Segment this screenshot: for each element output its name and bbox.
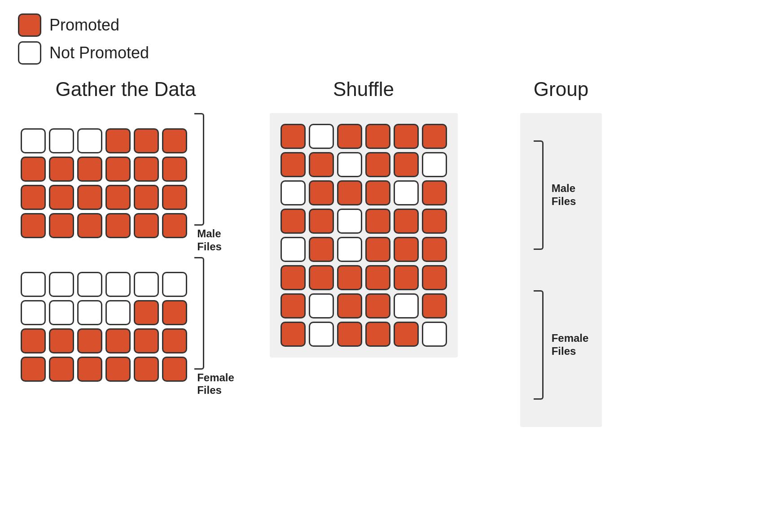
file-box [422, 209, 447, 234]
file-box [77, 157, 102, 182]
file-box [134, 300, 159, 325]
file-box [394, 152, 419, 177]
not-promoted-icon [18, 41, 41, 65]
file-box [21, 357, 46, 382]
file-box [77, 272, 102, 297]
legend-item-not-promoted: Not Promoted [18, 41, 745, 65]
file-box [337, 237, 362, 262]
file-box [77, 128, 102, 153]
file-box [309, 180, 334, 205]
file-box [365, 152, 390, 177]
file-box [134, 328, 159, 353]
file-box [365, 124, 390, 149]
file-box [162, 157, 187, 182]
legend: Promoted Not Promoted [18, 13, 745, 65]
main-content: Gather the Data Male Files [18, 78, 745, 427]
file-box [309, 265, 334, 290]
file-box [309, 152, 334, 177]
file-box [365, 209, 390, 234]
not-promoted-label: Not Promoted [49, 44, 149, 62]
file-box [21, 272, 46, 297]
file-box [105, 213, 131, 238]
group-title: Group [534, 78, 588, 100]
group-female-bracket [534, 290, 544, 400]
file-box [49, 213, 74, 238]
file-box [394, 237, 419, 262]
file-box [134, 185, 159, 210]
page: Promoted Not Promoted Gather the Data Ma… [0, 0, 763, 532]
file-box [422, 293, 447, 318]
file-box [77, 328, 102, 353]
gather-files: Male Files Female Files [17, 113, 234, 397]
file-box [281, 265, 306, 290]
file-box [49, 185, 74, 210]
male-grid [17, 125, 191, 242]
file-box [281, 152, 306, 177]
file-box [281, 293, 306, 318]
file-box [281, 180, 306, 205]
gather-title: Gather the Data [55, 78, 196, 100]
file-box [105, 157, 131, 182]
file-box [422, 124, 447, 149]
file-box [49, 272, 74, 297]
file-box [309, 124, 334, 149]
file-box [21, 213, 46, 238]
file-box [281, 237, 306, 262]
legend-item-promoted: Promoted [18, 13, 745, 37]
file-box [422, 152, 447, 177]
group-bg: Male Files Female Files [520, 113, 602, 427]
file-box [394, 124, 419, 149]
file-box [422, 265, 447, 290]
file-box [281, 322, 306, 347]
file-box [422, 322, 447, 347]
file-box [365, 265, 390, 290]
file-box [21, 328, 46, 353]
male-section: Male Files [17, 113, 222, 253]
file-box [21, 185, 46, 210]
group-male-section: Male Files [534, 140, 589, 250]
file-box [21, 128, 46, 153]
group-male-label: Male Files [552, 182, 576, 208]
file-box [162, 272, 187, 297]
file-box [105, 185, 131, 210]
female-files-label: Female Files [197, 371, 234, 397]
file-box [394, 180, 419, 205]
female-grid [17, 268, 191, 385]
file-box [134, 157, 159, 182]
file-box [77, 357, 102, 382]
male-bracket: Male Files [194, 113, 222, 253]
file-box [105, 128, 131, 153]
file-box [134, 128, 159, 153]
shuffle-bg [270, 113, 458, 358]
file-box [162, 328, 187, 353]
file-box [309, 322, 334, 347]
file-box [281, 124, 306, 149]
shuffle-grid [273, 117, 454, 354]
file-box [365, 293, 390, 318]
file-box [337, 209, 362, 234]
file-box [105, 357, 131, 382]
file-box [134, 272, 159, 297]
promoted-icon [18, 13, 41, 37]
file-box [134, 213, 159, 238]
male-bracket-shape [194, 113, 204, 226]
file-box [337, 293, 362, 318]
file-box [77, 185, 102, 210]
file-box [394, 265, 419, 290]
group-female-section: Female Files [534, 290, 589, 400]
file-box [162, 128, 187, 153]
file-box [49, 157, 74, 182]
shuffle-title: Shuffle [333, 78, 394, 100]
file-box [134, 357, 159, 382]
file-box [49, 300, 74, 325]
group-male-bracket [534, 140, 544, 250]
file-box [49, 357, 74, 382]
file-box [77, 213, 102, 238]
group-panel: Group Male Files Female Files [485, 78, 637, 427]
file-box [365, 180, 390, 205]
file-box [49, 328, 74, 353]
file-box [49, 128, 74, 153]
file-box [422, 180, 447, 205]
file-box [365, 237, 390, 262]
file-box [394, 293, 419, 318]
